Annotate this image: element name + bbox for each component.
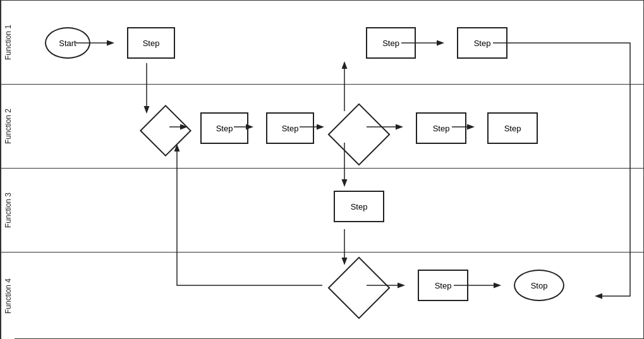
lane-label-1: Function 1 bbox=[1, 1, 15, 84]
lane-label-2: Function 2 bbox=[1, 85, 15, 168]
step9-shape: Step bbox=[418, 270, 468, 301]
step2-shape: Step bbox=[200, 112, 248, 144]
lane-content-2: Step Step Step Step bbox=[15, 85, 643, 168]
step7-shape: Step bbox=[487, 112, 538, 144]
step8-shape: Step bbox=[334, 191, 384, 222]
swim-lane-3: Function 3 Step bbox=[1, 169, 643, 253]
diamond3-shape bbox=[337, 266, 381, 310]
swim-lane-1: Function 1 Start Step Step Step bbox=[1, 1, 643, 85]
diagram-container: Function 1 Start Step Step Step Function… bbox=[0, 0, 644, 339]
start-shape: Start bbox=[45, 27, 90, 59]
diamond1-shape bbox=[147, 112, 184, 149]
step6-shape: Step bbox=[416, 112, 466, 144]
lane-content-4: Step Stop bbox=[15, 253, 643, 339]
lane-label-3: Function 3 bbox=[1, 169, 15, 252]
step3-shape: Step bbox=[266, 112, 314, 144]
step4-shape: Step bbox=[366, 27, 416, 59]
stop-shape: Stop bbox=[514, 270, 564, 301]
step5-shape: Step bbox=[457, 27, 507, 59]
swim-lane-2: Function 2 Step Step Step bbox=[1, 85, 643, 169]
lane-content-1: Start Step Step Step bbox=[15, 1, 643, 84]
step1-shape: Step bbox=[127, 27, 175, 59]
swim-lane-4: Function 4 Step Stop bbox=[1, 253, 643, 339]
diamond2-shape bbox=[337, 112, 381, 157]
lane-label-4: Function 4 bbox=[1, 253, 15, 339]
lane-content-3: Step bbox=[15, 169, 643, 252]
